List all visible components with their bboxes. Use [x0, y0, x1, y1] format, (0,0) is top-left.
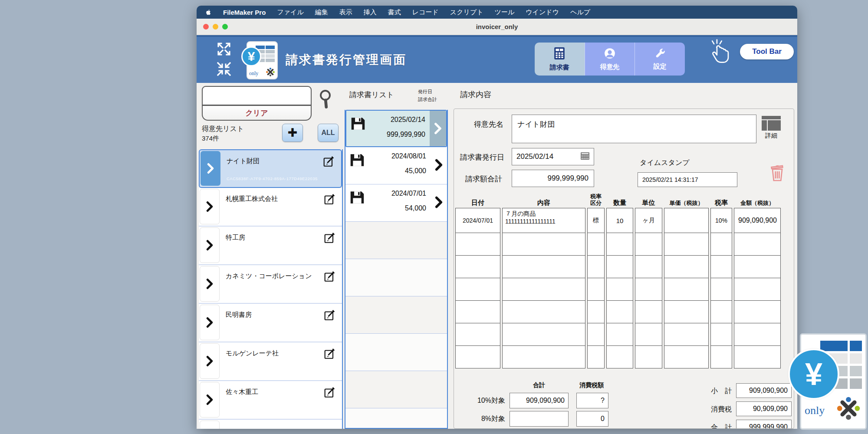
cell-amount[interactable]: [734, 300, 781, 323]
cell-description[interactable]: [502, 255, 585, 278]
menu-item-scripts[interactable]: スクリプト: [450, 8, 483, 16]
cell-amount[interactable]: [734, 345, 781, 368]
open-invoice-button[interactable]: [430, 111, 446, 146]
customer-row[interactable]: [199, 420, 342, 429]
cell-amount[interactable]: [734, 233, 781, 256]
chevron-right-icon[interactable]: [200, 189, 220, 224]
chevron-right-icon[interactable]: [200, 421, 220, 429]
cell-qty[interactable]: [606, 233, 633, 256]
rate10-total-field[interactable]: 909,090,900: [510, 393, 569, 408]
cell-qty[interactable]: [606, 345, 633, 368]
customer-row[interactable]: カネミツ・コーポレーション: [199, 265, 342, 304]
cell-unit-price[interactable]: [664, 255, 709, 278]
cell-tax-rate[interactable]: [710, 278, 732, 301]
cell-tax-class[interactable]: [587, 300, 605, 323]
cell-description[interactable]: [502, 278, 585, 301]
cell-description[interactable]: ７月の商品11111111111111111: [502, 208, 585, 233]
cell-date[interactable]: [455, 278, 500, 301]
cell-tax-class[interactable]: [587, 255, 605, 278]
cell-date[interactable]: [455, 323, 500, 346]
detail-view-button[interactable]: 詳細: [760, 116, 782, 140]
chevron-right-icon[interactable]: [201, 151, 220, 186]
cell-unit[interactable]: ヶ月: [635, 208, 662, 233]
invoice-row[interactable]: 2024/07/01 54,000: [345, 184, 447, 222]
tab-customers[interactable]: 得意先: [585, 43, 635, 76]
trash-icon[interactable]: [769, 163, 786, 184]
cell-qty[interactable]: 10: [606, 208, 633, 233]
invoice-row[interactable]: 2024/08/01 45,000: [345, 147, 447, 184]
cell-qty[interactable]: [606, 300, 633, 323]
collapse-arrows-icon[interactable]: [216, 61, 232, 79]
menu-item-insert[interactable]: 挿入: [364, 8, 377, 16]
chevron-right-icon[interactable]: [200, 343, 220, 379]
cell-tax-class[interactable]: [587, 278, 605, 301]
issue-date-field[interactable]: 2025/02/14: [512, 148, 594, 165]
expand-arrows-icon[interactable]: [216, 41, 232, 59]
invoice-row[interactable]: 2025/02/14 999,999,990: [345, 110, 447, 147]
cell-tax-rate[interactable]: 10%: [710, 208, 732, 233]
cell-unit[interactable]: [635, 278, 662, 301]
chevron-right-icon[interactable]: [200, 382, 220, 418]
cell-tax-rate[interactable]: [710, 300, 732, 323]
cell-tax-class[interactable]: [587, 345, 605, 368]
edit-icon[interactable]: [324, 193, 336, 207]
cell-tax-rate[interactable]: [710, 345, 732, 368]
search-input[interactable]: [202, 86, 312, 105]
customer-row[interactable]: 特工房: [199, 227, 342, 265]
cell-unit[interactable]: [635, 323, 662, 346]
toolbar-button[interactable]: Tool Bar: [740, 44, 794, 59]
customer-row[interactable]: モルゲンレーテ社: [199, 342, 342, 381]
cell-date[interactable]: [455, 300, 500, 323]
cell-qty[interactable]: [606, 323, 633, 346]
cell-tax-rate[interactable]: [710, 255, 732, 278]
cell-unit-price[interactable]: [664, 233, 709, 256]
cell-tax-rate[interactable]: [710, 323, 732, 346]
open-invoice-button[interactable]: [435, 196, 443, 210]
cell-amount[interactable]: [734, 323, 781, 346]
cell-amount[interactable]: [734, 278, 781, 301]
customer-row[interactable]: ナイト財団 CAC5838F-A7F9-4702-859A-177D49E220…: [199, 149, 342, 188]
edit-icon[interactable]: [324, 386, 336, 400]
menu-item-window[interactable]: ウインドウ: [526, 8, 559, 16]
cell-unit-price[interactable]: [664, 300, 709, 323]
cell-tax-rate[interactable]: [710, 233, 732, 256]
menu-item-app[interactable]: FileMaker Pro: [223, 9, 266, 16]
tab-invoices[interactable]: 請求書: [535, 43, 585, 76]
cell-amount[interactable]: [734, 255, 781, 278]
chevron-right-icon[interactable]: [200, 305, 220, 340]
cell-unit-price[interactable]: [664, 345, 709, 368]
open-invoice-button[interactable]: [435, 159, 443, 173]
cell-unit-price[interactable]: [664, 208, 709, 233]
cell-tax-class[interactable]: [587, 323, 605, 346]
cell-unit[interactable]: [635, 300, 662, 323]
menu-item-edit[interactable]: 編集: [315, 8, 328, 16]
menu-item-view[interactable]: 表示: [339, 8, 352, 16]
edit-icon[interactable]: [324, 232, 336, 246]
cell-date[interactable]: [455, 233, 500, 256]
chevron-right-icon[interactable]: [200, 266, 220, 302]
clear-button[interactable]: クリア: [202, 105, 312, 121]
cell-unit-price[interactable]: [664, 323, 709, 346]
cell-unit[interactable]: [635, 345, 662, 368]
show-all-button[interactable]: ALL: [318, 124, 339, 142]
cell-description[interactable]: [502, 233, 585, 256]
cell-tax-class[interactable]: 標: [587, 208, 605, 233]
cell-description[interactable]: [502, 300, 585, 323]
menu-item-file[interactable]: ファイル: [277, 8, 303, 16]
rate8-total-field[interactable]: [510, 411, 569, 427]
chevron-right-icon[interactable]: [200, 227, 220, 263]
apple-menu-icon[interactable]: [205, 8, 212, 16]
cell-unit[interactable]: [635, 255, 662, 278]
cell-qty[interactable]: [606, 278, 633, 301]
customer-row[interactable]: 民明書房: [199, 304, 342, 342]
edit-icon[interactable]: [324, 309, 336, 323]
customer-row[interactable]: 札幌重工株式会社: [199, 188, 342, 227]
invoice-total-field[interactable]: 999,999,990: [512, 170, 594, 187]
menu-item-format[interactable]: 書式: [388, 8, 401, 16]
menu-item-help[interactable]: ヘルプ: [570, 8, 590, 16]
customer-row[interactable]: 佐々木重工: [199, 381, 342, 420]
cell-amount[interactable]: 909,090,900: [734, 208, 781, 233]
menu-item-records[interactable]: レコード: [412, 8, 439, 16]
cell-unit[interactable]: [635, 233, 662, 256]
tab-settings[interactable]: 設定: [635, 43, 685, 76]
